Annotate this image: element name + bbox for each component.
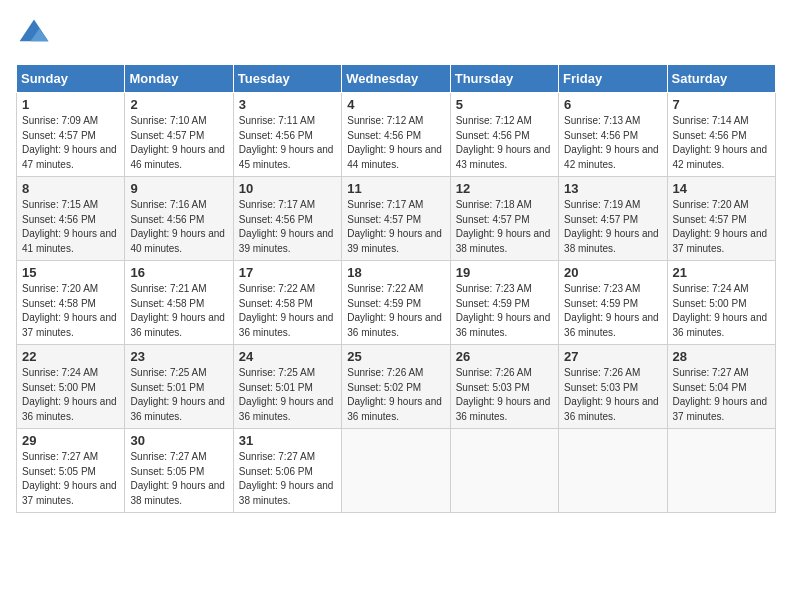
day-info: Sunrise: 7:11 AM Sunset: 4:56 PM Dayligh… [239,114,336,172]
day-info: Sunrise: 7:16 AM Sunset: 4:56 PM Dayligh… [130,198,227,256]
calendar-cell [559,429,667,513]
calendar-cell: 29 Sunrise: 7:27 AM Sunset: 5:05 PM Dayl… [17,429,125,513]
day-number: 31 [239,433,336,448]
calendar-cell [342,429,450,513]
logo [16,16,56,52]
day-number: 7 [673,97,770,112]
calendar-cell: 1 Sunrise: 7:09 AM Sunset: 4:57 PM Dayli… [17,93,125,177]
calendar-cell: 10 Sunrise: 7:17 AM Sunset: 4:56 PM Dayl… [233,177,341,261]
day-number: 19 [456,265,553,280]
logo-icon [16,16,52,52]
calendar-cell: 17 Sunrise: 7:22 AM Sunset: 4:58 PM Dayl… [233,261,341,345]
calendar-cell: 4 Sunrise: 7:12 AM Sunset: 4:56 PM Dayli… [342,93,450,177]
day-info: Sunrise: 7:19 AM Sunset: 4:57 PM Dayligh… [564,198,661,256]
day-info: Sunrise: 7:21 AM Sunset: 4:58 PM Dayligh… [130,282,227,340]
day-info: Sunrise: 7:09 AM Sunset: 4:57 PM Dayligh… [22,114,119,172]
day-info: Sunrise: 7:15 AM Sunset: 4:56 PM Dayligh… [22,198,119,256]
day-info: Sunrise: 7:25 AM Sunset: 5:01 PM Dayligh… [239,366,336,424]
weekday-header-monday: Monday [125,65,233,93]
day-number: 8 [22,181,119,196]
calendar-cell: 2 Sunrise: 7:10 AM Sunset: 4:57 PM Dayli… [125,93,233,177]
calendar-cell: 23 Sunrise: 7:25 AM Sunset: 5:01 PM Dayl… [125,345,233,429]
day-info: Sunrise: 7:25 AM Sunset: 5:01 PM Dayligh… [130,366,227,424]
calendar-cell: 8 Sunrise: 7:15 AM Sunset: 4:56 PM Dayli… [17,177,125,261]
calendar-cell: 13 Sunrise: 7:19 AM Sunset: 4:57 PM Dayl… [559,177,667,261]
day-info: Sunrise: 7:17 AM Sunset: 4:57 PM Dayligh… [347,198,444,256]
calendar-cell: 12 Sunrise: 7:18 AM Sunset: 4:57 PM Dayl… [450,177,558,261]
day-number: 14 [673,181,770,196]
day-info: Sunrise: 7:10 AM Sunset: 4:57 PM Dayligh… [130,114,227,172]
calendar-cell: 20 Sunrise: 7:23 AM Sunset: 4:59 PM Dayl… [559,261,667,345]
day-info: Sunrise: 7:22 AM Sunset: 4:59 PM Dayligh… [347,282,444,340]
day-number: 5 [456,97,553,112]
day-info: Sunrise: 7:17 AM Sunset: 4:56 PM Dayligh… [239,198,336,256]
weekday-header-saturday: Saturday [667,65,775,93]
day-info: Sunrise: 7:27 AM Sunset: 5:06 PM Dayligh… [239,450,336,508]
day-number: 30 [130,433,227,448]
day-number: 21 [673,265,770,280]
day-number: 1 [22,97,119,112]
calendar-cell: 14 Sunrise: 7:20 AM Sunset: 4:57 PM Dayl… [667,177,775,261]
day-number: 27 [564,349,661,364]
day-info: Sunrise: 7:26 AM Sunset: 5:03 PM Dayligh… [564,366,661,424]
calendar-cell: 28 Sunrise: 7:27 AM Sunset: 5:04 PM Dayl… [667,345,775,429]
calendar-cell: 30 Sunrise: 7:27 AM Sunset: 5:05 PM Dayl… [125,429,233,513]
calendar-cell: 25 Sunrise: 7:26 AM Sunset: 5:02 PM Dayl… [342,345,450,429]
calendar-cell: 11 Sunrise: 7:17 AM Sunset: 4:57 PM Dayl… [342,177,450,261]
calendar-cell: 6 Sunrise: 7:13 AM Sunset: 4:56 PM Dayli… [559,93,667,177]
calendar-cell [450,429,558,513]
day-number: 6 [564,97,661,112]
calendar-cell: 24 Sunrise: 7:25 AM Sunset: 5:01 PM Dayl… [233,345,341,429]
day-number: 11 [347,181,444,196]
day-info: Sunrise: 7:12 AM Sunset: 4:56 PM Dayligh… [347,114,444,172]
day-number: 20 [564,265,661,280]
weekday-header-sunday: Sunday [17,65,125,93]
day-number: 25 [347,349,444,364]
page-header [16,16,776,52]
day-info: Sunrise: 7:20 AM Sunset: 4:57 PM Dayligh… [673,198,770,256]
day-number: 2 [130,97,227,112]
calendar: SundayMondayTuesdayWednesdayThursdayFrid… [16,64,776,513]
day-number: 4 [347,97,444,112]
day-number: 10 [239,181,336,196]
calendar-cell: 21 Sunrise: 7:24 AM Sunset: 5:00 PM Dayl… [667,261,775,345]
day-number: 16 [130,265,227,280]
day-number: 3 [239,97,336,112]
calendar-cell: 9 Sunrise: 7:16 AM Sunset: 4:56 PM Dayli… [125,177,233,261]
calendar-cell: 27 Sunrise: 7:26 AM Sunset: 5:03 PM Dayl… [559,345,667,429]
day-info: Sunrise: 7:20 AM Sunset: 4:58 PM Dayligh… [22,282,119,340]
calendar-cell: 3 Sunrise: 7:11 AM Sunset: 4:56 PM Dayli… [233,93,341,177]
day-info: Sunrise: 7:26 AM Sunset: 5:03 PM Dayligh… [456,366,553,424]
calendar-cell: 16 Sunrise: 7:21 AM Sunset: 4:58 PM Dayl… [125,261,233,345]
day-number: 22 [22,349,119,364]
day-info: Sunrise: 7:27 AM Sunset: 5:04 PM Dayligh… [673,366,770,424]
calendar-cell: 19 Sunrise: 7:23 AM Sunset: 4:59 PM Dayl… [450,261,558,345]
day-info: Sunrise: 7:23 AM Sunset: 4:59 PM Dayligh… [456,282,553,340]
day-info: Sunrise: 7:12 AM Sunset: 4:56 PM Dayligh… [456,114,553,172]
day-info: Sunrise: 7:26 AM Sunset: 5:02 PM Dayligh… [347,366,444,424]
day-number: 13 [564,181,661,196]
calendar-cell: 31 Sunrise: 7:27 AM Sunset: 5:06 PM Dayl… [233,429,341,513]
day-info: Sunrise: 7:18 AM Sunset: 4:57 PM Dayligh… [456,198,553,256]
day-number: 17 [239,265,336,280]
calendar-cell: 22 Sunrise: 7:24 AM Sunset: 5:00 PM Dayl… [17,345,125,429]
calendar-cell: 26 Sunrise: 7:26 AM Sunset: 5:03 PM Dayl… [450,345,558,429]
day-number: 18 [347,265,444,280]
day-number: 23 [130,349,227,364]
day-number: 24 [239,349,336,364]
weekday-header-friday: Friday [559,65,667,93]
calendar-cell: 15 Sunrise: 7:20 AM Sunset: 4:58 PM Dayl… [17,261,125,345]
day-info: Sunrise: 7:24 AM Sunset: 5:00 PM Dayligh… [673,282,770,340]
calendar-cell [667,429,775,513]
day-number: 28 [673,349,770,364]
day-number: 26 [456,349,553,364]
day-number: 9 [130,181,227,196]
day-info: Sunrise: 7:27 AM Sunset: 5:05 PM Dayligh… [22,450,119,508]
calendar-cell: 7 Sunrise: 7:14 AM Sunset: 4:56 PM Dayli… [667,93,775,177]
day-info: Sunrise: 7:22 AM Sunset: 4:58 PM Dayligh… [239,282,336,340]
calendar-cell: 5 Sunrise: 7:12 AM Sunset: 4:56 PM Dayli… [450,93,558,177]
day-number: 15 [22,265,119,280]
day-number: 29 [22,433,119,448]
day-info: Sunrise: 7:24 AM Sunset: 5:00 PM Dayligh… [22,366,119,424]
calendar-cell: 18 Sunrise: 7:22 AM Sunset: 4:59 PM Dayl… [342,261,450,345]
